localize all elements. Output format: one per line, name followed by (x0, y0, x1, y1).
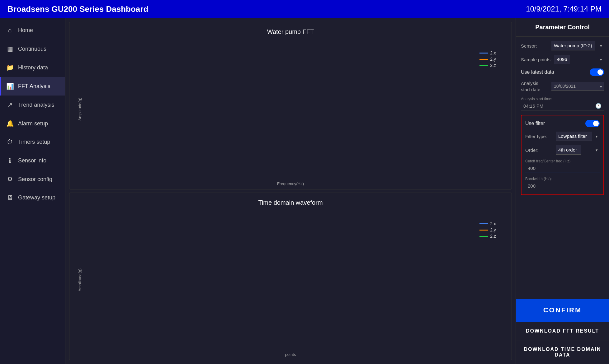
sidebar-item-trend-analysis[interactable]: ↗ Trend analysis (0, 96, 65, 114)
bandwidth-row: Bandwidth (Hz): (525, 177, 600, 190)
sidebar-label-alarm: Alarm setup (18, 120, 48, 127)
sidebar-label-trend: Trend analysis (18, 102, 54, 108)
time-domain-x-axis-label: points (76, 352, 505, 357)
sidebar-label-timers: Timers setup (18, 139, 50, 145)
sensor-label: Sensor: (521, 43, 549, 49)
fft-y-axis-label: Amplitude(g) (76, 98, 82, 121)
confirm-button[interactable]: CONFIRM (516, 299, 609, 322)
fft-legend: 2.x 2.y 2.z (479, 50, 496, 68)
panel-title: Parameter Control (516, 18, 609, 37)
continuous-icon: ▦ (6, 45, 14, 53)
sidebar-item-fft-analysis[interactable]: 📊 FFT Analysis (0, 77, 65, 96)
right-panel: Parameter Control Sensor: Water pump (ID… (516, 18, 609, 364)
app-title: Broadsens GU200 Series Dashboard (7, 4, 148, 14)
clock-icon: 🕐 (595, 103, 602, 109)
filter-section: Use filter Filter type: Lowpass filter H… (521, 115, 604, 195)
sidebar-label-gateway: Gateway setup (18, 194, 55, 201)
order-select[interactable]: 4th order 2nd order 6th order (556, 145, 581, 155)
panel-body: Sensor: Water pump (ID:2) Sample points:… (516, 37, 609, 299)
analysis-date-input[interactable] (551, 82, 604, 91)
cutoff-freq-label: Cutoff freq/Center freq (Hz): (525, 159, 600, 163)
sidebar-item-alarm-setup[interactable]: 🔔 Alarm setup (0, 114, 65, 133)
fft-chart-title: Water pump FFT (76, 28, 505, 35)
bandwidth-input[interactable] (525, 182, 600, 190)
order-label: Order: (525, 147, 553, 153)
sidebar-item-history-data[interactable]: 📁 History data (0, 58, 65, 77)
analysis-date-label: Analysis start date (521, 80, 549, 92)
content-area: Water pump FFT Amplitude(g) 2.x 2.y 2.z … (65, 18, 516, 364)
trend-icon: ↗ (6, 101, 14, 109)
sidebar-item-continuous[interactable]: ▦ Continuous (0, 40, 65, 58)
analysis-time-value: 04:16 PM 🕐 (521, 102, 604, 110)
use-filter-toggle[interactable] (585, 120, 600, 127)
sidebar: ⌂ Home ▦ Continuous 📁 History data 📊 FFT… (0, 18, 65, 364)
home-icon: ⌂ (6, 27, 14, 34)
fft-x-axis-label: Frequency(Hz) (76, 181, 505, 186)
filter-type-row: Filter type: Lowpass filter Highpass fil… (525, 132, 600, 141)
filter-type-select[interactable]: Lowpass filter Highpass filter Bandpass … (556, 132, 592, 141)
gateway-icon: 🖥 (6, 194, 14, 201)
time-domain-canvas (82, 209, 505, 351)
analysis-time-label: Analysis start time: (521, 97, 604, 101)
history-icon: 📁 (6, 64, 14, 71)
sidebar-label-sensor-info: Sensor info (18, 157, 46, 164)
download-fft-button[interactable]: DOWNLOAD FFT RESULT (516, 322, 609, 340)
time-domain-chart-title: Time domain waveform (76, 199, 505, 206)
sample-points-label: Sample points: (521, 57, 552, 62)
header-datetime: 10/9/2021, 7:49:14 PM (526, 5, 602, 13)
sidebar-label-fft: FFT Analysis (18, 83, 50, 90)
sidebar-label-continuous: Continuous (18, 46, 46, 52)
use-filter-row: Use filter (525, 120, 600, 127)
sample-points-select[interactable]: 4096 1024 2048 8192 (554, 55, 570, 64)
time-domain-y-axis-label: Amplitude(g) (76, 268, 82, 292)
cutoff-freq-input[interactable] (525, 164, 600, 172)
fft-chart-container: Water pump FFT Amplitude(g) 2.x 2.y 2.z … (69, 22, 512, 189)
sidebar-label-sensor-config: Sensor config (18, 176, 52, 183)
fft-icon: 📊 (6, 82, 14, 90)
sensor-config-icon: ⚙ (6, 175, 14, 183)
sidebar-item-gateway-setup[interactable]: 🖥 Gateway setup (0, 189, 65, 207)
sensor-select[interactable]: Water pump (ID:2) (551, 41, 595, 50)
use-latest-data-row: Use latest data (521, 68, 604, 76)
sidebar-item-sensor-info[interactable]: ℹ Sensor info (0, 151, 65, 170)
use-latest-data-label: Use latest data (521, 69, 554, 75)
fft-canvas (82, 38, 505, 180)
sidebar-item-home[interactable]: ⌂ Home (0, 21, 65, 40)
sidebar-label-home: Home (18, 27, 33, 34)
time-domain-chart-container: Time domain waveform Amplitude(g) 2.x 2.… (69, 193, 512, 360)
use-latest-data-toggle[interactable] (590, 68, 604, 76)
timers-icon: ⏱ (6, 138, 14, 146)
use-filter-label: Use filter (525, 121, 545, 126)
analysis-date-row: Analysis start date (521, 80, 604, 92)
sample-points-row: Sample points: 4096 1024 2048 8192 (521, 55, 604, 64)
analysis-time-row: Analysis start time: 04:16 PM 🕐 (521, 97, 604, 110)
time-domain-legend: 2.x 2.y 2.z (479, 221, 496, 239)
sensor-info-icon: ℹ (6, 157, 14, 164)
sensor-row: Sensor: Water pump (ID:2) (521, 41, 604, 50)
bandwidth-label: Bandwidth (Hz): (525, 177, 600, 181)
cutoff-freq-row: Cutoff freq/Center freq (Hz): (525, 159, 600, 172)
sidebar-item-timers-setup[interactable]: ⏱ Timers setup (0, 133, 65, 151)
header: Broadsens GU200 Series Dashboard 10/9/20… (0, 0, 609, 18)
alarm-icon: 🔔 (6, 120, 14, 127)
filter-type-label: Filter type: (525, 134, 553, 139)
sidebar-label-history: History data (18, 64, 48, 71)
download-time-button[interactable]: DOWNLOAD TIME DOMAIN DATA (516, 340, 609, 364)
order-row: Order: 4th order 2nd order 6th order (525, 145, 600, 155)
sidebar-item-sensor-config[interactable]: ⚙ Sensor config (0, 170, 65, 189)
